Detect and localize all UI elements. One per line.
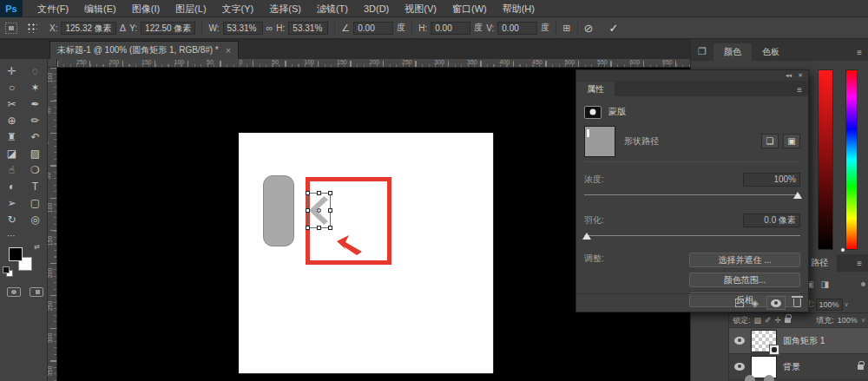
shape-tool[interactable]: ▢	[25, 194, 46, 211]
reference-point-icon[interactable]	[27, 23, 37, 33]
close-tab-icon[interactable]: ×	[226, 45, 231, 56]
move-tool[interactable]: ✛	[2, 62, 23, 79]
panel-menu-icon[interactable]: ≡	[797, 85, 802, 95]
transform-handle[interactable]	[328, 226, 332, 230]
visibility-eye-icon[interactable]	[734, 337, 745, 345]
mask-visibility-toggle[interactable]	[766, 296, 786, 310]
transform-handle[interactable]	[317, 191, 321, 195]
magic-wand-tool[interactable]: ✶	[25, 79, 46, 95]
menu-item-8[interactable]: 视图(V)	[397, 0, 444, 17]
gradient-tool[interactable]: ▨	[25, 145, 46, 161]
menu-item-1[interactable]: 编辑(E)	[76, 0, 124, 17]
free-transform-bounding-box[interactable]	[307, 193, 331, 228]
delete-mask-icon[interactable]	[793, 299, 801, 307]
lasso-tool[interactable]: ○	[2, 79, 23, 95]
density-slider[interactable]	[584, 191, 800, 200]
menu-item-2[interactable]: 图像(I)	[124, 0, 168, 17]
layer-name[interactable]: 背景	[783, 361, 800, 373]
panel-menu-icon[interactable]: ≡	[857, 48, 862, 57]
pencil-tool[interactable]: ✏	[25, 112, 46, 128]
transform-handle[interactable]	[328, 191, 332, 195]
layer-name[interactable]: 圆角矩形 1	[783, 335, 825, 347]
layer-thumbnail[interactable]	[751, 356, 777, 378]
slider-thumb[interactable]	[793, 192, 802, 199]
v-skew-input[interactable]: 0.00	[497, 22, 537, 35]
eyedropper-tool[interactable]: ✒	[25, 95, 46, 112]
zoom-tool[interactable]: ◎	[25, 211, 46, 227]
transform-handle[interactable]	[306, 208, 310, 213]
warp-mode-icon[interactable]: ⊞	[562, 23, 570, 33]
menu-item-0[interactable]: 文件(F)	[30, 0, 76, 17]
opacity-input[interactable]: 100%	[816, 299, 843, 311]
panel-menu-icon[interactable]: ≡	[857, 259, 862, 268]
default-colors-icon[interactable]	[3, 266, 10, 274]
crop-tool[interactable]: ✂	[2, 95, 23, 112]
document-canvas[interactable]	[239, 133, 493, 373]
chevron-down-icon[interactable]: ∨	[845, 301, 849, 308]
tab-swatches[interactable]: 色板	[752, 43, 790, 61]
mask-thumbnail[interactable]	[584, 126, 615, 157]
fill-value[interactable]: 100%	[838, 316, 858, 325]
feather-slider[interactable]	[584, 232, 800, 240]
type-tool[interactable]: T	[25, 178, 46, 194]
rotate-view-tool[interactable]: ↻	[2, 211, 23, 227]
lock-transparent-pixels-icon[interactable]: ▨	[754, 316, 762, 325]
sponge-tool[interactable]: ❍	[25, 161, 46, 178]
tool-preset-icon[interactable]	[5, 23, 17, 34]
x-input[interactable]: 125.32 像素	[61, 22, 115, 35]
relative-position-icon[interactable]: Δ	[120, 23, 126, 33]
apply-mask-icon[interactable]: ◈	[752, 299, 759, 308]
width-input[interactable]: 53.31%	[223, 22, 263, 35]
menu-item-3[interactable]: 图层(L)	[168, 0, 214, 17]
path-selection-tool[interactable]: ➢	[2, 194, 23, 211]
transform-reference-point[interactable]	[317, 208, 321, 213]
commit-transform-button[interactable]: ✓	[608, 22, 618, 35]
color-ramp-red[interactable]	[818, 69, 833, 250]
menu-item-5[interactable]: 选择(S)	[261, 0, 309, 17]
menu-item-7[interactable]: 3D(D)	[356, 0, 397, 17]
lock-all-icon[interactable]	[785, 318, 791, 323]
eraser-tool[interactable]: ◪	[2, 145, 23, 161]
feather-input[interactable]: 0.0 像素	[743, 213, 800, 227]
marquee-tool[interactable]: ◌	[25, 62, 46, 79]
history-brush-tool[interactable]: ↶	[25, 128, 46, 145]
add-layer-mask-icon[interactable]: ❏	[761, 134, 779, 148]
angle-input[interactable]: 0.00	[353, 22, 393, 35]
visibility-eye-icon[interactable]	[734, 363, 745, 371]
healing-brush-tool[interactable]: ⊕	[2, 112, 23, 128]
height-input[interactable]: 53.31%	[288, 22, 328, 35]
menu-item-6[interactable]: 滤镜(T)	[309, 0, 356, 17]
panel-footer-icon[interactable]	[764, 375, 774, 381]
swap-colors-icon[interactable]: ⇄	[34, 243, 40, 251]
layer-thumbnail[interactable]	[751, 330, 777, 352]
slider-thumb[interactable]	[582, 233, 591, 240]
close-panel-icon[interactable]: ✕	[798, 72, 803, 79]
lock-position-icon[interactable]: ✛	[775, 316, 782, 325]
dodge-tool[interactable]: ◐	[2, 178, 23, 194]
menu-item-9[interactable]: 窗口(W)	[444, 0, 495, 17]
panel-thumbnail-icon[interactable]: ❐	[698, 46, 707, 57]
y-input[interactable]: 122.50 像素	[141, 22, 195, 35]
filter-toggle-icon[interactable]	[861, 282, 865, 286]
chevron-down-icon[interactable]: ∨	[861, 317, 865, 324]
document-tab[interactable]: 未标题-1 @ 100% (圆角矩形 1, RGB/8#) * ×	[49, 41, 239, 59]
menu-item-10[interactable]: 帮助(H)	[495, 0, 542, 17]
menu-item-4[interactable]: 文字(Y)	[214, 0, 262, 17]
transform-handle[interactable]	[317, 226, 321, 230]
cancel-transform-button[interactable]: ⊘	[584, 22, 594, 35]
filter-adjustment-icon[interactable]: ◨	[820, 279, 828, 289]
link-dimensions-icon[interactable]: ∞	[266, 23, 273, 33]
smudge-tool[interactable]: ☝	[2, 161, 23, 178]
tab-color[interactable]: 颜色	[713, 43, 752, 61]
transform-handle[interactable]	[328, 208, 332, 213]
edit-toolbar-ellipsis[interactable]: ⋯	[0, 227, 47, 242]
select-and-mask-button[interactable]: 选择并遮住 ...	[689, 253, 800, 267]
rounded-rectangle-shape[interactable]	[263, 175, 294, 246]
quick-mask-icon[interactable]	[7, 287, 21, 297]
color-ramp-hue[interactable]	[845, 69, 858, 250]
load-selection-icon[interactable]	[735, 299, 744, 307]
tab-properties[interactable]: 属性	[576, 82, 615, 96]
transform-handle[interactable]	[306, 191, 310, 195]
layer-row-rounded-rectangle[interactable]: 圆角矩形 1	[729, 328, 868, 354]
screen-mode-icon[interactable]	[30, 287, 43, 297]
